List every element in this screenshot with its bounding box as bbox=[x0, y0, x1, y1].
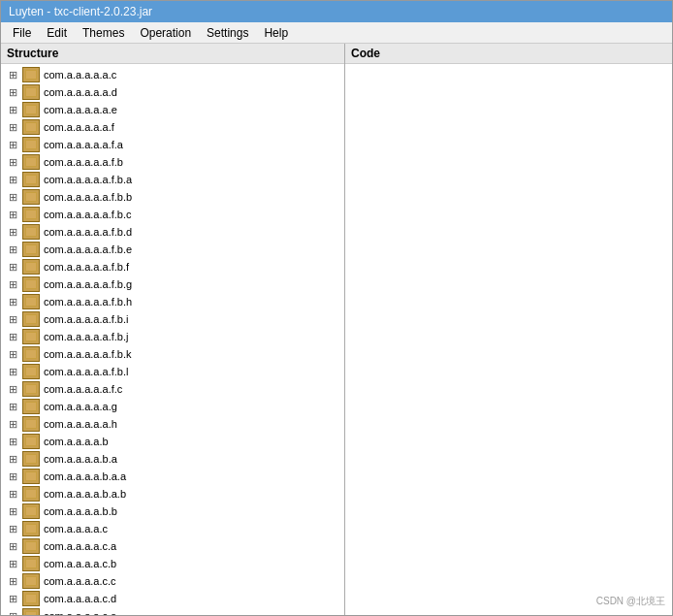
expand-icon[interactable] bbox=[5, 67, 20, 82]
expand-icon[interactable] bbox=[5, 364, 20, 379]
expand-icon[interactable] bbox=[5, 556, 20, 571]
expand-icon[interactable] bbox=[5, 172, 20, 187]
expand-icon[interactable] bbox=[5, 346, 20, 362]
expand-icon[interactable] bbox=[5, 469, 20, 484]
expand-icon[interactable] bbox=[5, 137, 20, 152]
tree-item[interactable]: com.a.a.a.a.a.f.b.k bbox=[1, 345, 344, 363]
tree-label: com.a.a.a.a.b bbox=[44, 436, 109, 447]
tree-item[interactable]: com.a.a.a.a.a.d bbox=[1, 83, 344, 101]
node-icon bbox=[22, 172, 40, 187]
tree-item[interactable]: com.a.a.a.a.c.a bbox=[1, 537, 344, 555]
title-text: Luyten - txc-client-2.0.23.jar bbox=[9, 5, 152, 18]
tree-item[interactable]: com.a.a.a.a.a.f.c bbox=[1, 380, 344, 398]
node-icon bbox=[22, 486, 40, 502]
tree-item[interactable]: com.a.a.a.a.a.f.b.a bbox=[1, 171, 344, 188]
expand-icon[interactable] bbox=[5, 399, 20, 414]
tree-item[interactable]: com.a.a.a.a.a.h bbox=[1, 415, 344, 433]
expand-icon[interactable] bbox=[5, 573, 20, 589]
tree-item[interactable]: com.a.a.a.a.b.b bbox=[1, 503, 344, 520]
expand-icon[interactable] bbox=[5, 381, 20, 397]
tree-label: com.a.a.a.a.a.c bbox=[44, 69, 116, 81]
tree-item[interactable]: com.a.a.a.a.c.c bbox=[1, 572, 344, 590]
tree-item[interactable]: com.a.a.a.a.c.d bbox=[1, 590, 344, 607]
node-icon bbox=[22, 538, 40, 554]
expand-icon[interactable] bbox=[5, 102, 20, 117]
node-icon bbox=[22, 276, 40, 292]
tree-label: com.a.a.a.a.c.b bbox=[44, 558, 116, 569]
main-content: Structure com.a.a.a.a.a.ccom.a.a.a.a.a.d… bbox=[1, 44, 672, 615]
tree-item[interactable]: com.a.a.a.a.c bbox=[1, 520, 344, 537]
node-icon bbox=[22, 469, 40, 484]
expand-icon[interactable] bbox=[5, 207, 20, 222]
tree-item[interactable]: com.a.a.a.a.a.f.b.d bbox=[1, 223, 344, 241]
tree-label: com.a.a.a.a.a.f.b.f bbox=[44, 261, 129, 273]
tree-label: com.a.a.a.a.a.f.b bbox=[44, 156, 123, 168]
tree-item[interactable]: com.a.a.a.a.a.f.b.h bbox=[1, 293, 344, 310]
tree-item[interactable]: com.a.a.a.a.a.f.b.i bbox=[1, 310, 344, 328]
tree-label: com.a.a.a.a.a.e bbox=[44, 104, 117, 115]
expand-icon[interactable] bbox=[5, 276, 20, 292]
tree-item[interactable]: com.a.a.a.a.a.f.b.b bbox=[1, 188, 344, 206]
tree-item[interactable]: com.a.a.a.a.a.f.b.g bbox=[1, 276, 344, 293]
menu-item-settings[interactable]: Settings bbox=[199, 24, 256, 42]
menu-item-operation[interactable]: Operation bbox=[132, 24, 199, 42]
menu-item-help[interactable]: Help bbox=[256, 24, 296, 42]
expand-icon[interactable] bbox=[5, 189, 20, 205]
tree-item[interactable]: com.a.a.a.a.b.a.a bbox=[1, 468, 344, 485]
tree-item[interactable]: com.a.a.a.a.b bbox=[1, 433, 344, 450]
menu-item-themes[interactable]: Themes bbox=[75, 24, 132, 42]
expand-icon[interactable] bbox=[5, 538, 20, 554]
expand-icon[interactable] bbox=[5, 434, 20, 449]
tree-label: com.a.a.a.a.b.a.a bbox=[44, 470, 126, 482]
tree-label: com.a.a.a.a.a.f.b.a bbox=[44, 174, 132, 185]
expand-icon[interactable] bbox=[5, 311, 20, 327]
expand-icon[interactable] bbox=[5, 224, 20, 240]
tree-label: com.a.a.a.a.b.a.b bbox=[44, 488, 126, 500]
tree-item[interactable]: com.a.a.a.a.b.a bbox=[1, 450, 344, 468]
tree-item[interactable]: com.a.a.a.a.b.a.b bbox=[1, 485, 344, 503]
node-icon bbox=[22, 137, 40, 152]
tree-item[interactable]: com.a.a.a.a.c.b bbox=[1, 555, 344, 572]
expand-icon[interactable] bbox=[5, 119, 20, 135]
expand-icon[interactable] bbox=[5, 416, 20, 432]
tree-label: com.a.a.a.a.a.f.b.k bbox=[44, 348, 132, 360]
tree-item[interactable]: com.a.a.a.a.a.e bbox=[1, 101, 344, 118]
expand-icon[interactable] bbox=[5, 451, 20, 467]
tree-item[interactable]: com.a.a.a.a.a.f.b.j bbox=[1, 328, 344, 345]
tree-item[interactable]: com.a.a.a.a.a.f.b.l bbox=[1, 363, 344, 380]
tree-item[interactable]: com.a.a.a.a.a.c bbox=[1, 66, 344, 83]
structure-tree[interactable]: com.a.a.a.a.a.ccom.a.a.a.a.a.dcom.a.a.a.… bbox=[1, 64, 344, 615]
tree-item[interactable]: com.a.a.a.a.a.f bbox=[1, 118, 344, 136]
expand-icon[interactable] bbox=[5, 259, 20, 275]
tree-item[interactable]: com.a.a.a.a.a.f.b bbox=[1, 153, 344, 171]
expand-icon[interactable] bbox=[5, 329, 20, 344]
expand-icon[interactable] bbox=[5, 154, 20, 170]
expand-icon[interactable] bbox=[5, 294, 20, 309]
tree-label: com.a.a.a.a.a.f.b.d bbox=[44, 226, 132, 238]
expand-icon[interactable] bbox=[5, 608, 20, 615]
tree-label: com.a.a.a.a.a.f.b.g bbox=[44, 278, 132, 290]
expand-icon[interactable] bbox=[5, 503, 20, 519]
tree-label: com.a.a.a.a.a.f.b.l bbox=[44, 366, 128, 377]
tree-item[interactable]: com.a.a.a.a.a.f.b.e bbox=[1, 241, 344, 258]
node-icon bbox=[22, 294, 40, 309]
expand-icon[interactable] bbox=[5, 591, 20, 606]
tree-item[interactable]: com.a.a.a.a.a.f.b.c bbox=[1, 206, 344, 223]
expand-icon[interactable] bbox=[5, 521, 20, 536]
node-icon bbox=[22, 242, 40, 257]
menu-item-edit[interactable]: Edit bbox=[39, 24, 75, 42]
expand-icon[interactable] bbox=[5, 242, 20, 257]
tree-label: com.a.a.a.a.a.f.a bbox=[44, 139, 123, 150]
tree-item[interactable]: com.a.a.a.a.a.f.a bbox=[1, 136, 344, 153]
tree-label: com.a.a.a.a.c.d bbox=[44, 593, 116, 604]
tree-label: com.a.a.a.a.c.e bbox=[44, 610, 116, 615]
tree-item[interactable]: com.a.a.a.a.a.f.b.f bbox=[1, 258, 344, 276]
expand-icon[interactable] bbox=[5, 486, 20, 502]
menu-item-file[interactable]: File bbox=[5, 24, 39, 42]
node-icon bbox=[22, 556, 40, 571]
node-icon bbox=[22, 119, 40, 135]
expand-icon[interactable] bbox=[5, 84, 20, 100]
node-icon bbox=[22, 521, 40, 536]
tree-item[interactable]: com.a.a.a.a.c.e bbox=[1, 607, 344, 615]
tree-item[interactable]: com.a.a.a.a.a.g bbox=[1, 398, 344, 415]
